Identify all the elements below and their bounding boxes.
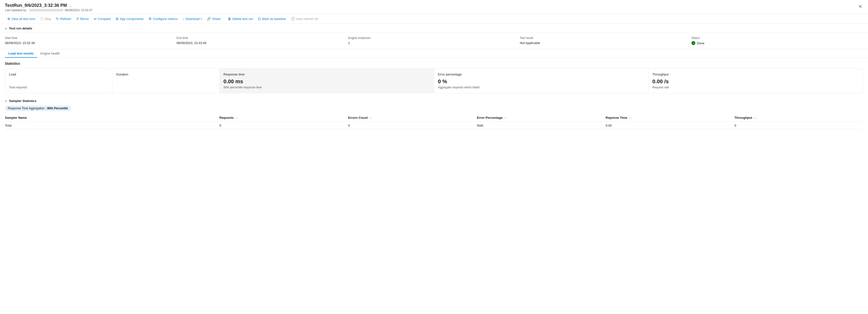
col-header-response: Reponse Time ↑↓ (606, 114, 735, 122)
col-header-throughput: Throughput ↑↓ (734, 114, 863, 122)
page-title: TestRun_9/6/2023_3:32:36 PM (5, 3, 67, 8)
table-row: Total 0 0 NaN 0.00 0 (5, 122, 863, 129)
auto-refresh-icon: 🕐 (291, 17, 295, 21)
detail-label-end: End time (177, 36, 343, 40)
test-run-details-section-header[interactable]: ∧ Test run details (0, 24, 868, 32)
view-all-icon: ⊕ (7, 17, 10, 21)
stat-card-response-title: Response time (224, 72, 430, 76)
auto-refresh-button[interactable]: 🕐 Auto refresh off (288, 15, 320, 22)
header-subtitle: Last Updated by : 06/09/2023, 15:32:37 (5, 8, 863, 12)
stat-card-response-value: 0.00 ms (224, 78, 430, 85)
test-details-area: Start time 06/09/2023, 15:32:39 End time… (0, 32, 868, 49)
section-collapse-icon: ∧ (5, 27, 7, 30)
detail-start-time: Start time 06/09/2023, 15:32:39 (5, 36, 177, 45)
col-header-errors: Errors Count ↑↓ (348, 114, 477, 122)
stat-card-error-pct: Error percentage 0 % Aggregate requests … (434, 69, 649, 93)
mark-baseline-button[interactable]: ⊡ Mark as baseline (255, 15, 288, 22)
stat-card-response-subtitle: 90th percentile response time (224, 86, 430, 89)
share-button[interactable]: 🔗 Share (204, 15, 223, 22)
compare-icon: ⇄ (94, 17, 97, 21)
stat-card-duration-title: Duration (116, 72, 215, 76)
subtitle-prefix: Last Updated by : (5, 8, 28, 12)
mark-baseline-icon: ⊡ (258, 17, 261, 21)
sampler-statistics-section: ∧ Sampler Statistics Response Time Aggre… (0, 95, 868, 133)
stat-card-load: Load Total requests (5, 69, 112, 93)
col-header-error-pct: Error Percentage ↑↓ (477, 114, 606, 122)
aggregation-value: 90th Percentile (47, 106, 68, 110)
detail-value-status: ✓ Done (691, 41, 858, 45)
download-button[interactable]: ↓ Download ▾ (180, 15, 205, 22)
cell-requests: 0 (219, 122, 348, 129)
section-title: Test run details (9, 27, 32, 30)
aggregation-label: Response Time Aggregation : (8, 106, 46, 110)
cell-errors-count: 0 (348, 122, 477, 129)
delete-icon: 🗑 (228, 17, 231, 21)
toolbar: ⊕ View all test runs ☐ Stop ↻ Refresh ↺ … (0, 14, 868, 24)
response-sort-icon[interactable]: ↑↓ (629, 117, 631, 119)
statistics-title: Statistics (5, 62, 863, 65)
download-chevron-icon: ▾ (201, 18, 202, 20)
col-header-sampler: Sampler Name (5, 114, 219, 122)
refresh-icon: ↻ (56, 17, 59, 21)
detail-label-result: Test result (520, 36, 687, 40)
stop-icon: ☐ (40, 17, 43, 21)
stat-card-throughput: Throughput 0.00 /s Request rate (649, 69, 863, 93)
detail-value-result: Not Applicable (520, 41, 687, 45)
configure-metrics-button[interactable]: ⚙ Configure metrics (146, 15, 180, 22)
sampler-collapse-icon: ∧ (5, 99, 7, 103)
detail-label-status: Status (691, 36, 858, 40)
cell-sampler-name: Total (5, 122, 219, 129)
detail-test-result: Test result Not Applicable (520, 36, 691, 45)
throughput-sort-icon[interactable]: ↑↓ (754, 117, 756, 119)
delete-button[interactable]: 🗑 Delete test run (225, 15, 255, 22)
rerun-button[interactable]: ↺ Rerun (73, 15, 91, 22)
stat-card-response-time: Response time 0.00 ms 90th percentile re… (220, 69, 434, 93)
tab-load-test-results[interactable]: Load test results (5, 49, 37, 58)
configure-metrics-icon: ⚙ (149, 17, 152, 21)
detail-value-end: 06/09/2023, 15:43:45 (177, 41, 343, 45)
requests-sort-icon[interactable]: ↑↓ (236, 117, 238, 119)
detail-end-time: End time 06/09/2023, 15:43:45 (177, 36, 348, 45)
sampler-section-header[interactable]: ∧ Sampler Statistics (5, 99, 863, 103)
detail-status: Status ✓ Done (691, 36, 863, 45)
compare-button[interactable]: ⇄ Compare (91, 15, 113, 22)
more-options-icon[interactable]: ... (69, 3, 72, 8)
share-icon: 🔗 (207, 17, 211, 21)
subtitle-redacted (29, 9, 63, 11)
detail-engine-instances: Engine instances 1 (348, 36, 520, 45)
subtitle-timestamp: 06/09/2023, 15:32:37 (65, 8, 92, 12)
page-header: TestRun_9/6/2023_3:32:36 PM ... Last Upd… (0, 0, 868, 14)
cell-response-time: 0.00 (606, 122, 735, 129)
refresh-button[interactable]: ↻ Refresh (54, 15, 74, 22)
stat-card-error-value: 0 % (438, 78, 644, 85)
close-button[interactable]: ✕ (858, 3, 863, 10)
app-components-button[interactable]: ⊞ App components (113, 15, 146, 22)
detail-label-start: Start time (5, 36, 172, 40)
stat-card-error-subtitle: Aggregate requests which failed (438, 86, 644, 89)
download-icon: ↓ (183, 17, 184, 21)
aggregation-badge[interactable]: Response Time Aggregation : 90th Percent… (5, 106, 71, 111)
app-components-icon: ⊞ (116, 17, 119, 21)
tab-bar: Load test results Engine health (0, 49, 868, 58)
stat-card-load-title: Load (9, 72, 108, 76)
tab-engine-health[interactable]: Engine health (37, 49, 63, 58)
toolbar-separator (224, 16, 224, 22)
stat-card-throughput-value: 0.00 /s (652, 78, 859, 85)
sampler-table: Sampler Name Requests ↑↓ Errors Count ↑↓… (5, 114, 863, 129)
stop-button[interactable]: ☐ Stop (38, 15, 54, 22)
error-pct-sort-icon[interactable]: ↑↓ (504, 117, 507, 119)
view-all-button[interactable]: ⊕ View all test runs (5, 15, 38, 22)
stat-card-load-subtitle: Total requests (9, 86, 108, 89)
detail-label-engine: Engine instances (348, 36, 515, 40)
stat-card-throughput-subtitle: Request rate (652, 86, 859, 89)
stat-card-error-title: Error percentage (438, 72, 644, 76)
test-details-grid: Start time 06/09/2023, 15:32:39 End time… (5, 36, 863, 45)
rerun-icon: ↺ (76, 17, 79, 21)
stat-card-throughput-title: Throughput (652, 72, 859, 76)
sampler-section-title: Sampler Statistics (9, 99, 36, 103)
col-header-requests: Requests ↑↓ (219, 114, 348, 122)
stat-card-duration: Duration (112, 69, 219, 93)
status-done-icon: ✓ (691, 41, 695, 45)
errors-sort-icon[interactable]: ↑↓ (369, 117, 372, 119)
detail-value-engine: 1 (348, 41, 515, 45)
